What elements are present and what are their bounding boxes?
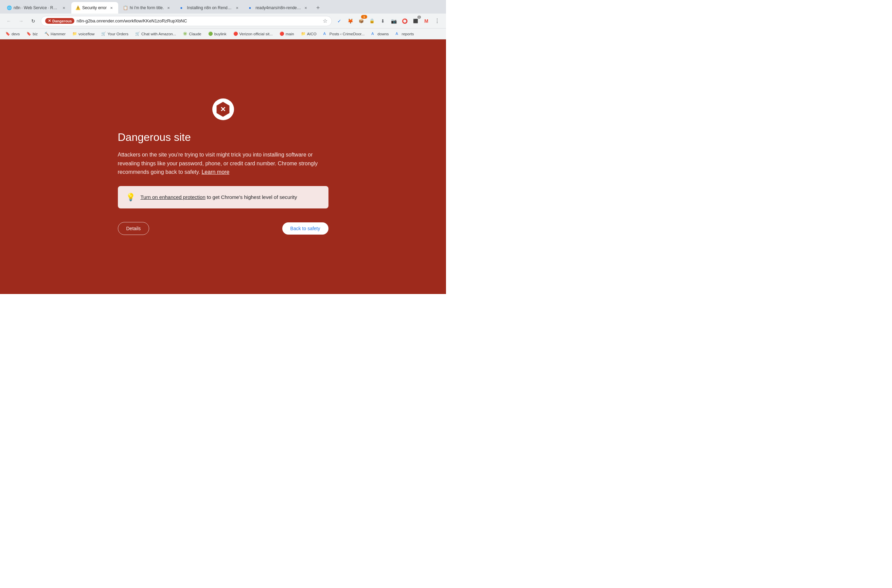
dangerous-x-icon: ✕ <box>48 19 51 23</box>
error-title: Dangerous site <box>118 131 191 144</box>
download-icon[interactable]: ⬇ <box>378 16 387 26</box>
tab-label-4: Installing n8n on Render - Qu <box>187 5 232 10</box>
learn-more-link[interactable]: Learn more <box>201 169 229 175</box>
tab-label-2: Security error <box>82 5 107 10</box>
bookmark-label-main: main <box>286 32 294 36</box>
lightbulb-icon: 💡 <box>126 193 135 202</box>
bookmark-amazon[interactable]: 🛒 Chat with Amazon... <box>132 30 179 38</box>
bookmark-biz[interactable]: 🔖 biz <box>24 30 41 38</box>
bookmark-label-orders: Your Orders <box>107 32 128 36</box>
bookmark-reports[interactable]: A reports <box>393 30 417 38</box>
bookmark-label-biz: biz <box>33 32 38 36</box>
bookmark-favicon-orders: 🛒 <box>101 32 106 36</box>
url-text: n8n-g2ba.onrender.com/workflow/KKeN1zoRz… <box>77 18 321 23</box>
bookmark-main[interactable]: 🔴 main <box>277 30 297 38</box>
tab-close-4[interactable]: ✕ <box>234 5 240 10</box>
bookmark-devs[interactable]: 🔖 devs <box>3 30 23 38</box>
bookmark-downs[interactable]: A downs <box>369 30 391 38</box>
bookmark-favicon-downs: A <box>371 32 376 36</box>
opera-icon[interactable]: ⭕ <box>400 16 409 26</box>
error-icon-container: ✕ <box>212 99 234 120</box>
dangerous-label: Dangerous <box>52 19 72 23</box>
tab-favicon-2: ⚠️ <box>75 5 80 10</box>
bookmark-crimedoor[interactable]: A Posts ‹ CrimeDoor... <box>321 30 368 38</box>
bookmark-label-crimedoor: Posts ‹ CrimeDoor... <box>329 32 365 36</box>
bookmarks-bar: 🔖 devs 🔖 biz 🔨 Hammer 📁 voiceflow 🛒 Your… <box>0 28 446 39</box>
gmail-icon[interactable]: M <box>422 16 431 26</box>
back-to-safety-button[interactable]: Back to safety <box>282 222 329 235</box>
bookmark-favicon-main: 🔴 <box>279 32 284 36</box>
tab-github[interactable]: ● ready4mars/n8n-render: Dep ✕ <box>245 2 312 14</box>
bookmark-favicon-claude: ✳️ <box>183 32 188 36</box>
back-button[interactable]: ← <box>4 16 14 26</box>
tab-form[interactable]: 📋 hi i'm the form title. ✕ <box>119 2 175 14</box>
address-bar-row: ← → ↻ ✕ Dangerous n8n-g2ba.onrender.com/… <box>0 14 446 28</box>
enhanced-protection-link[interactable]: Turn on enhanced protection <box>141 194 206 200</box>
bookmark-favicon-devs: 🔖 <box>5 32 10 36</box>
screenshot-icon[interactable]: 📷 <box>389 16 398 26</box>
bookmark-verizon[interactable]: 🔴 Verizon official sit... <box>231 30 275 38</box>
tab-close-5[interactable]: ✕ <box>303 5 308 10</box>
error-card: ✕ Dangerous site Attackers on the site y… <box>118 99 329 235</box>
error-description: Attackers on the site you're trying to v… <box>118 150 329 177</box>
tab-favicon-3: 📋 <box>123 5 128 10</box>
bookmark-label-verizon: Verizon official sit... <box>239 32 273 36</box>
chrome-menu-icon[interactable]: ⋮ <box>432 16 442 26</box>
extension-badge-icon[interactable]: 📦 <box>356 16 366 26</box>
dangerous-stop-icon: ✕ <box>216 102 231 117</box>
bookmark-favicon-aico: 📁 <box>301 32 306 36</box>
bookmark-favicon-biz: 🔖 <box>27 32 31 36</box>
bookmark-favicon-amazon: 🛒 <box>135 32 140 36</box>
bookmark-label-amazon: Chat with Amazon... <box>141 32 176 36</box>
tab-favicon-4: ● <box>180 5 185 10</box>
bookmark-label-voiceflow: voiceflow <box>78 32 95 36</box>
bookmark-label-buylink: buylink <box>214 32 227 36</box>
extensions-puzzle-icon[interactable]: ✓ <box>335 16 344 26</box>
reload-button[interactable]: ↻ <box>29 16 38 26</box>
tab-favicon-1: 🌐 <box>7 5 12 10</box>
bookmark-favicon-verizon: 🔴 <box>233 32 238 36</box>
bookmark-label-hammer: Hammer <box>51 32 66 36</box>
tab-label-3: hi i'm the form title. <box>130 5 164 10</box>
tab-close-3[interactable]: ✕ <box>166 5 171 10</box>
bookmark-voiceflow[interactable]: 📁 voiceflow <box>70 30 97 38</box>
lastpass-icon[interactable]: 🔒 <box>367 16 377 26</box>
bookmark-claude[interactable]: ✳️ Claude <box>180 30 204 38</box>
bookmark-favicon-reports: A <box>396 32 401 36</box>
bookmark-favicon-buylink: 🟢 <box>208 32 213 36</box>
firefox-icon[interactable]: 🦊 <box>345 16 355 26</box>
bookmark-favicon-voiceflow: 📁 <box>72 32 77 36</box>
protection-box: 💡 Turn on enhanced protection to get Chr… <box>118 186 329 208</box>
bookmark-label-devs: devs <box>12 32 20 36</box>
bookmark-label-aico: AICO <box>307 32 317 36</box>
dangerous-badge[interactable]: ✕ Dangerous <box>45 18 74 24</box>
error-page: ✕ Dangerous site Attackers on the site y… <box>0 39 446 294</box>
forward-button[interactable]: → <box>16 16 26 26</box>
tab-render[interactable]: ● Installing n8n on Render - Qu ✕ <box>176 2 244 14</box>
bookmark-favicon-crimedoor: A <box>323 32 328 36</box>
tab-close-1[interactable]: ✕ <box>61 5 66 10</box>
details-button[interactable]: Details <box>118 222 149 235</box>
bookmark-aico[interactable]: 📁 AICO <box>298 30 319 38</box>
bookmark-label-claude: Claude <box>189 32 201 36</box>
tab-close-2[interactable]: ✕ <box>109 5 114 10</box>
bookmark-star-icon[interactable]: ☆ <box>323 18 327 24</box>
bookmark-buylink[interactable]: 🟢 buylink <box>206 30 229 38</box>
tab-bar: 🌐 n8n · Web Service · Rende ✕ ⚠️ Securit… <box>0 0 446 14</box>
extensions-count-icon[interactable]: ⬛0 <box>411 16 420 26</box>
protection-text-suffix: to get Chrome's highest level of securit… <box>206 194 297 200</box>
bookmark-hammer[interactable]: 🔨 Hammer <box>42 30 68 38</box>
address-bar[interactable]: ✕ Dangerous n8n-g2ba.onrender.com/workfl… <box>41 16 332 26</box>
tab-security-error[interactable]: ⚠️ Security error ✕ <box>71 2 118 14</box>
tab-label-5: ready4mars/n8n-render: Dep <box>255 5 301 10</box>
tab-label-1: n8n · Web Service · Rende <box>14 5 59 10</box>
browser-frame: 🌐 n8n · Web Service · Rende ✕ ⚠️ Securit… <box>0 0 446 294</box>
new-tab-button[interactable]: + <box>313 3 323 12</box>
bookmark-label-downs: downs <box>377 32 389 36</box>
bookmark-label-reports: reports <box>402 32 414 36</box>
protection-text: Turn on enhanced protection to get Chrom… <box>141 194 297 201</box>
bookmark-favicon-hammer: 🔨 <box>45 32 49 36</box>
bookmark-orders[interactable]: 🛒 Your Orders <box>99 30 131 38</box>
tab-n8n[interactable]: 🌐 n8n · Web Service · Rende ✕ <box>3 2 71 14</box>
browser-actions: ✓ 🦊 📦 🔒 ⬇ 📷 ⭕ ⬛0 M ⋮ <box>335 16 442 26</box>
